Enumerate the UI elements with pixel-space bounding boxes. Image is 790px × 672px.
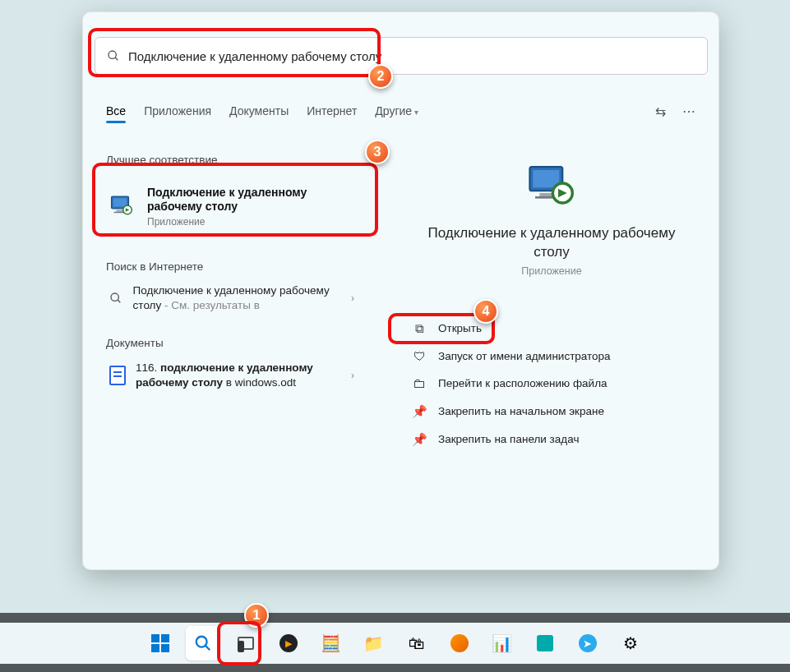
rdp-app-icon: [108, 191, 137, 221]
taskbar-app-button[interactable]: 📊: [485, 626, 520, 660]
best-match-title: Подключение к удаленному рабочему столу: [147, 186, 359, 214]
doc-result-text: 116. подключение к удаленному рабочему с…: [136, 361, 341, 389]
folder-icon: 📁: [363, 633, 384, 653]
taskbar: ▶ 🧮 📁 🛍 📊 ➤ ⚙: [0, 623, 790, 664]
chevron-right-icon: ›: [351, 292, 354, 304]
action-list: ⧉ Открыть 🛡 Запуск от имени администрато…: [404, 315, 700, 453]
search-field-wrap[interactable]: [95, 37, 708, 75]
taskbar-telegram-button[interactable]: ➤: [571, 626, 605, 660]
shield-icon: 🛡: [412, 349, 427, 363]
action-run-admin[interactable]: 🛡 Запуск от имени администратора: [404, 343, 700, 370]
document-icon: [109, 366, 126, 385]
taskbar-media-button[interactable]: ▶: [271, 626, 306, 660]
section-best-match: Лучшее соответствие: [106, 154, 217, 166]
open-icon: ⧉: [412, 321, 427, 336]
folder-icon: 🗀: [412, 376, 427, 391]
section-docs: Документы: [106, 337, 164, 349]
svg-rect-3: [113, 198, 127, 207]
firefox-icon: [450, 634, 469, 652]
chevron-right-icon: ›: [351, 370, 354, 381]
store-icon: 🛍: [409, 634, 425, 653]
taskbar-calculator-button[interactable]: 🧮: [314, 626, 349, 660]
svg-point-0: [109, 51, 116, 58]
svg-line-8: [118, 300, 120, 302]
filter-tabs: Все Приложения Документы Интернет Другие…: [106, 99, 695, 123]
taskbar-start-button[interactable]: [143, 626, 178, 660]
tab-underline: [106, 121, 126, 123]
svg-point-7: [111, 293, 118, 301]
rdp-app-icon: [525, 160, 578, 213]
chart-icon: 📊: [492, 633, 512, 653]
taskbar-explorer-button[interactable]: 📁: [357, 626, 391, 660]
action-open-location[interactable]: 🗀 Перейти к расположению файла: [404, 370, 700, 398]
app-icon: [537, 635, 553, 651]
svg-rect-11: [539, 193, 552, 196]
search-icon: [109, 292, 123, 305]
gear-icon: ⚙: [623, 633, 638, 653]
section-web: Поиск в Интернете: [106, 260, 203, 273]
annotation-badge-3: 3: [365, 140, 390, 164]
detail-pane: Подключение к удаленному рабочему столу …: [404, 160, 700, 453]
taskview-icon: [238, 637, 254, 650]
more-icon[interactable]: ⋯: [682, 104, 695, 119]
search-icon: [194, 634, 212, 652]
tab-all[interactable]: Все: [106, 104, 126, 117]
telegram-icon: ➤: [579, 634, 597, 652]
doc-result-item[interactable]: 116. подключение к удаленному рабочему с…: [98, 357, 353, 393]
annotation-badge-2: 2: [368, 64, 393, 89]
windows-logo-icon: [151, 634, 169, 652]
annotation-badge-1: 1: [244, 603, 269, 628]
tab-more[interactable]: Другие▾: [375, 104, 418, 117]
taskbar-settings-button[interactable]: ⚙: [613, 626, 648, 660]
pin-icon: 📌: [412, 432, 427, 447]
start-search-panel: Все Приложения Документы Интернет Другие…: [82, 12, 719, 570]
svg-line-15: [205, 646, 210, 651]
svg-point-14: [196, 637, 206, 647]
web-result-item[interactable]: Подключение к удаленному рабочему столу …: [98, 280, 353, 315]
tab-documents[interactable]: Документы: [229, 104, 289, 117]
best-match-subtitle: Приложение: [147, 216, 359, 228]
chevron-down-icon: ▾: [414, 108, 418, 117]
action-open[interactable]: ⧉ Открыть: [404, 315, 700, 343]
taskbar-store-button[interactable]: 🛍: [400, 626, 434, 660]
web-result-text: Подключение к удаленному рабочему столу …: [133, 283, 341, 312]
action-pin-taskbar[interactable]: 📌 Закрепить на панели задач: [404, 426, 700, 453]
detail-subtitle: Приложение: [404, 265, 700, 277]
annotation-badge-4: 4: [474, 299, 498, 324]
taskbar-firefox-button[interactable]: [442, 626, 477, 660]
tab-apps[interactable]: Приложения: [144, 104, 211, 117]
taskbar-taskview-button[interactable]: [229, 626, 263, 660]
taskbar-app2-button[interactable]: [528, 626, 562, 660]
svg-line-1: [115, 58, 118, 60]
best-match-item[interactable]: Подключение к удаленному рабочему столу …: [96, 170, 371, 242]
action-pin-start[interactable]: 📌 Закрепить на начальном экране: [404, 398, 700, 426]
search-input[interactable]: [128, 49, 695, 63]
calculator-icon: 🧮: [321, 633, 341, 653]
tab-web[interactable]: Интернет: [307, 104, 357, 117]
media-icon: ▶: [280, 634, 298, 652]
taskbar-search-button[interactable]: [186, 626, 220, 660]
pin-icon: 📌: [412, 404, 427, 419]
share-icon[interactable]: ⇆: [655, 104, 666, 119]
detail-title: Подключение к удаленному рабочему столу: [404, 224, 700, 262]
search-icon: [107, 49, 120, 62]
